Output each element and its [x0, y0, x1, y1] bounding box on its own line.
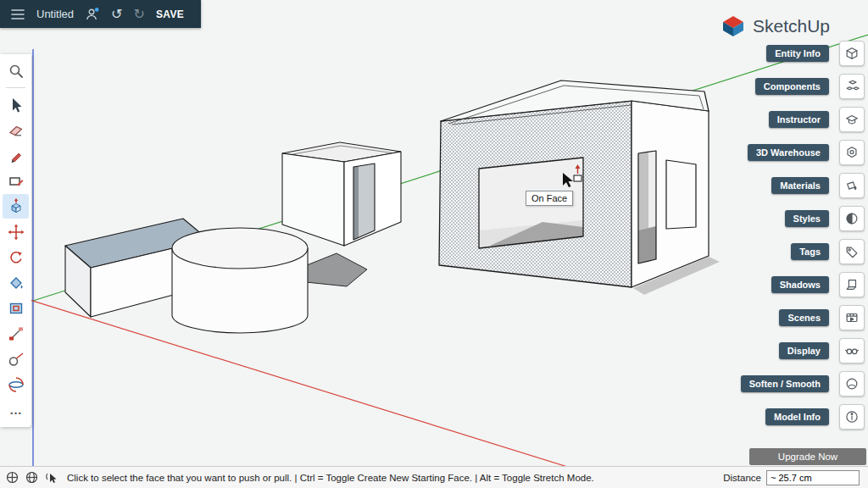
save-button[interactable]: SAVE	[156, 8, 184, 20]
move-tool[interactable]	[3, 219, 29, 244]
panel-tile-instructor[interactable]	[839, 107, 865, 132]
measurement-label: Distance	[723, 473, 761, 483]
tool-palette: …	[0, 54, 31, 427]
offset-icon	[7, 299, 25, 318]
shapes-tool[interactable]	[3, 169, 29, 193]
panel-tile-display[interactable]	[839, 338, 865, 363]
cursor-hint-button[interactable]	[44, 470, 58, 485]
tags-icon	[844, 244, 860, 259]
model-cylinder[interactable]	[172, 228, 308, 333]
hamburger-icon	[10, 8, 25, 21]
components-icon	[844, 79, 860, 94]
globe-crosshair-icon	[5, 470, 19, 485]
offset-tool[interactable]	[3, 296, 29, 320]
select-tool[interactable]	[3, 92, 29, 117]
notification-dot	[95, 8, 99, 12]
panel-row-components: Components	[741, 74, 865, 99]
pushpull-tool[interactable]	[3, 194, 29, 219]
model-info-icon	[844, 409, 860, 424]
panel-row-shadows: Shadows	[741, 272, 865, 297]
ellipsis-icon: …	[9, 403, 22, 416]
instructor-icon	[844, 112, 860, 127]
paint-tool[interactable]	[3, 270, 29, 295]
panel-button-soften-smooth[interactable]: Soften / Smooth	[741, 375, 829, 392]
warehouse-icon	[844, 145, 860, 160]
panel-tile-scenes[interactable]	[839, 305, 865, 330]
paint-bucket-icon	[7, 274, 25, 292]
panel-tile-components[interactable]	[839, 74, 865, 99]
measurement-input[interactable]	[766, 470, 860, 485]
eraser-icon	[7, 121, 25, 140]
panel-tile-materials[interactable]	[839, 173, 865, 198]
orbit-icon	[7, 375, 25, 394]
scale-tool[interactable]	[3, 321, 29, 346]
upgrade-now-button[interactable]: Upgrade Now	[749, 448, 866, 465]
panel-tile-shadows[interactable]	[839, 272, 865, 297]
styles-icon	[844, 211, 860, 226]
redo-button[interactable]: ↻	[133, 8, 144, 21]
redo-icon: ↻	[133, 8, 144, 21]
3d-viewport[interactable]	[0, 0, 868, 488]
sketchup-logo-icon	[721, 14, 746, 39]
panel-row-materials: Materials	[741, 173, 865, 198]
panel-row-tags: Tags	[741, 239, 865, 264]
panel-button-tags[interactable]: Tags	[791, 243, 829, 260]
panel-tile-entity-info[interactable]	[839, 41, 865, 66]
panel-button-shadows[interactable]: Shadows	[771, 276, 829, 293]
materials-icon	[844, 178, 860, 193]
right-panel: Entity Info Components Instructor 3D War…	[741, 41, 865, 437]
panel-button-styles[interactable]: Styles	[785, 210, 829, 227]
scale-icon	[7, 324, 25, 343]
model-house[interactable]	[439, 80, 720, 295]
document-title: Untitled	[36, 8, 74, 20]
undo-icon: ↺	[111, 8, 122, 21]
orbit-tool[interactable]	[3, 372, 29, 396]
panel-row-instructor: Instructor	[741, 107, 865, 132]
globe-icon	[25, 470, 39, 485]
panel-row-display: Display	[741, 338, 865, 363]
panel-tile-tags[interactable]	[839, 239, 865, 264]
select-cursor-icon	[7, 96, 25, 114]
panel-tile-model-info[interactable]	[839, 404, 865, 430]
user-icon	[85, 7, 100, 21]
panel-row-model-info: Model Info	[741, 404, 865, 430]
panel-button-materials[interactable]: Materials	[771, 177, 829, 194]
panel-button-entity-info[interactable]: Entity Info	[766, 45, 829, 62]
menu-button[interactable]	[10, 8, 25, 21]
panel-tile-soften-smooth[interactable]	[839, 371, 865, 396]
panel-button-instructor[interactable]: Instructor	[769, 111, 829, 128]
panel-row-3d-warehouse: 3D Warehouse	[741, 140, 865, 165]
more-tools-button[interactable]: …	[3, 397, 29, 422]
panel-button-scenes[interactable]: Scenes	[779, 309, 829, 326]
panel-row-soften-smooth: Soften / Smooth	[741, 371, 865, 396]
toolbar-divider	[6, 87, 25, 88]
eraser-tool[interactable]	[3, 118, 29, 142]
panel-row-styles: Styles	[741, 206, 865, 231]
soften-smooth-icon	[844, 376, 860, 391]
tape-measure-tool[interactable]	[3, 347, 29, 371]
geolocation-button[interactable]	[5, 470, 19, 485]
panel-button-components[interactable]: Components	[755, 78, 829, 95]
panel-button-3d-warehouse[interactable]: 3D Warehouse	[748, 144, 829, 161]
on-face-tooltip: On Face	[526, 191, 573, 206]
panel-tile-styles[interactable]	[839, 206, 865, 231]
top-bar: Untitled ↺ ↻ SAVE	[0, 0, 201, 28]
undo-button[interactable]: ↺	[111, 8, 122, 21]
panel-row-entity-info: Entity Info	[741, 41, 865, 66]
line-tool[interactable]	[3, 143, 29, 168]
account-button[interactable]	[85, 7, 100, 21]
search-tool[interactable]	[3, 58, 29, 83]
move-icon	[7, 223, 25, 241]
shadows-icon	[844, 277, 860, 292]
panel-button-display[interactable]: Display	[779, 342, 829, 359]
status-bar: Click to select the face that you want t…	[0, 466, 868, 488]
sketchup-logo: SketchUp	[721, 14, 830, 39]
panel-row-scenes: Scenes	[741, 305, 865, 330]
rotate-tool[interactable]	[3, 245, 29, 269]
rectangle-icon	[7, 172, 25, 191]
logo-wordmark: SketchUp	[753, 16, 830, 36]
language-button[interactable]	[25, 470, 39, 485]
entity-info-icon	[844, 46, 860, 61]
panel-tile-3d-warehouse[interactable]	[839, 140, 865, 165]
panel-button-model-info[interactable]: Model Info	[765, 408, 829, 425]
